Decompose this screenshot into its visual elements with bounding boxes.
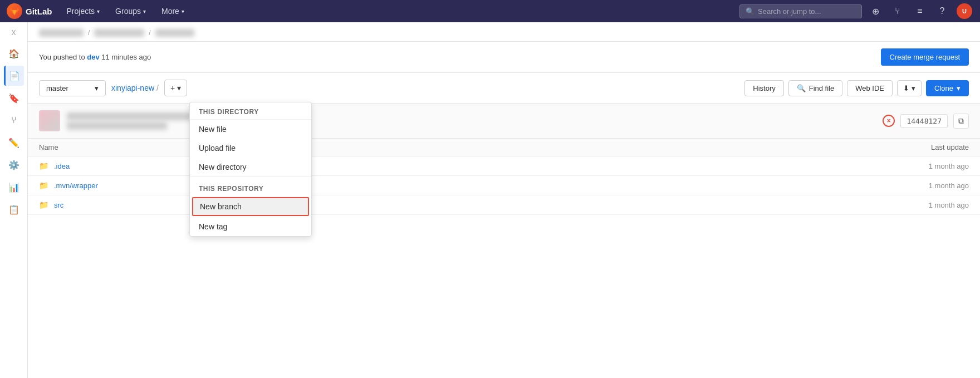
dropdown-section-this-repository: This repository New branch New tag: [190, 176, 311, 236]
status-failed-icon[interactable]: ×: [883, 115, 895, 127]
dropdown-section-header-2: This repository: [190, 179, 311, 196]
path-separator: /: [156, 84, 159, 92]
path-breadcrumb: xinyiapi-new /: [111, 84, 159, 92]
table-row: 📁 src 1 month ago: [28, 195, 980, 215]
file-table-header: Name Last update: [28, 139, 980, 156]
chevron-down-icon: ▾: [97, 8, 100, 14]
main-content: ████████ / ████████ / ████████ You pushe…: [28, 22, 980, 378]
commit-info: ████████████████████████████ ███████████…: [67, 112, 876, 130]
folder-icon: 📁: [39, 200, 48, 209]
breadcrumb-item-3[interactable]: ████████: [155, 29, 194, 37]
copy-sha-button[interactable]: ⧉: [953, 114, 969, 129]
chevron-down-icon: ▾: [957, 84, 961, 92]
chevron-down-icon: ▾: [177, 84, 181, 92]
push-branch-link[interactable]: dev: [87, 53, 101, 61]
file-name-mvn[interactable]: .mvn/wrapper: [54, 181, 885, 190]
web-ide-button[interactable]: Web IDE: [847, 80, 893, 96]
commit-right: × 14448127 ⧉: [883, 114, 969, 129]
plus-circle-icon: ⊕: [872, 6, 879, 17]
file-update-mvn: 1 month ago: [885, 181, 969, 190]
sidebar-collapse[interactable]: X: [8, 28, 19, 38]
chevron-down-icon: ▾: [912, 84, 915, 92]
dropdown-new-tag[interactable]: New tag: [190, 217, 311, 236]
commit-sha[interactable]: 14448127: [900, 114, 948, 128]
search-bar[interactable]: 🔍 Search or jump to...: [739, 4, 862, 18]
file-name-idea[interactable]: .idea: [54, 162, 885, 170]
add-dropdown-button[interactable]: + ▾: [164, 80, 187, 96]
new-item-button[interactable]: ⊕: [866, 2, 884, 20]
find-file-button[interactable]: 🔍 Find file: [788, 80, 843, 96]
repo-toolbar: master ▾ xinyiapi-new / + ▾ History 🔍 Fi…: [28, 73, 980, 104]
folder-icon: 📁: [39, 181, 48, 190]
folder-icon: 📁: [39, 161, 48, 170]
commit-avatar: [39, 110, 60, 131]
sidebar-item-analytics[interactable]: 📊: [4, 177, 24, 197]
download-icon: ⬇: [903, 84, 909, 92]
merge-requests-button[interactable]: ⑂: [889, 2, 906, 20]
dropdown-new-branch[interactable]: New branch: [192, 197, 309, 216]
todos-button[interactable]: ≡: [911, 2, 929, 20]
dropdown-new-directory[interactable]: New directory: [190, 158, 311, 176]
breadcrumb-sep-1: /: [88, 29, 90, 37]
commit-row: ████████████████████████████ ███████████…: [28, 104, 980, 139]
todo-icon: ≡: [917, 6, 922, 16]
chevron-down-icon: ▾: [95, 84, 99, 92]
help-button[interactable]: ?: [933, 2, 951, 20]
history-button[interactable]: History: [744, 80, 783, 96]
avatar: U: [957, 3, 972, 19]
add-dropdown-menu: This directory New file Upload file New …: [189, 102, 312, 237]
sidebar-item-cicd[interactable]: ✏️: [4, 132, 24, 153]
navbar: GitLab Projects ▾ Groups ▾ More ▾ 🔍 Sear…: [0, 0, 980, 22]
nav-more[interactable]: More ▾: [156, 4, 190, 18]
sidebar-item-merge-requests[interactable]: ⑂: [4, 110, 24, 130]
commit-meta: ████████████████: [67, 122, 876, 130]
branch-selector[interactable]: master ▾: [39, 80, 106, 96]
breadcrumb-sep-2: /: [149, 29, 150, 37]
search-icon: 🔍: [746, 7, 754, 16]
sidebar-item-home[interactable]: 🏠: [4, 43, 24, 63]
nav-projects[interactable]: Projects ▾: [61, 4, 106, 18]
breadcrumb-item-1[interactable]: ████████: [39, 29, 84, 37]
toolbar-right: History 🔍 Find file Web IDE ⬇ ▾ Clone ▾: [744, 80, 969, 96]
dropdown-new-file[interactable]: New file: [190, 120, 311, 139]
brand[interactable]: GitLab: [7, 3, 52, 19]
chevron-down-icon: ▾: [182, 8, 184, 14]
sidebar-item-issues[interactable]: 🔖: [4, 88, 24, 108]
push-notice: You pushed to dev 11 minutes ago Create …: [28, 42, 980, 73]
chevron-down-icon: ▾: [143, 8, 146, 14]
merge-request-icon: ⑂: [895, 6, 900, 16]
file-update-idea: 1 month ago: [885, 162, 969, 170]
table-row: 📁 .mvn/wrapper 1 month ago: [28, 176, 980, 195]
commit-message: ████████████████████████████: [67, 112, 876, 121]
page-wrapper: X 🏠 📄 🔖 ⑂ ✏️ ⚙️ 📊 📋 ████████ / ████████ …: [0, 22, 980, 378]
file-update-src: 1 month ago: [885, 201, 969, 209]
user-menu[interactable]: U: [955, 2, 973, 20]
navbar-right: 🔍 Search or jump to... ⊕ ⑂ ≡ ? U: [739, 2, 973, 20]
gitlab-logo-icon: [7, 3, 22, 19]
sidebar-item-operations[interactable]: ⚙️: [4, 155, 24, 175]
col-update-header: Last update: [885, 143, 969, 151]
clone-button[interactable]: Clone ▾: [926, 80, 969, 96]
path-root[interactable]: xinyiapi-new: [111, 84, 154, 92]
sidebar-item-wiki[interactable]: 📋: [4, 199, 24, 219]
sidebar-item-repository[interactable]: 📄: [4, 66, 24, 86]
nav-groups[interactable]: Groups ▾: [110, 4, 151, 18]
branch-name: master: [46, 84, 68, 92]
breadcrumb: ████████ / ████████ / ████████: [28, 22, 980, 42]
table-row: 📁 .idea 1 month ago: [28, 156, 980, 176]
download-button[interactable]: ⬇ ▾: [897, 80, 922, 96]
help-icon: ?: [940, 6, 945, 16]
dropdown-upload-file[interactable]: Upload file: [190, 139, 311, 158]
file-name-src[interactable]: src: [54, 201, 885, 209]
push-text: You pushed to dev 11 minutes ago: [39, 53, 151, 61]
dropdown-section-this-directory: This directory: [190, 102, 311, 120]
brand-label: GitLab: [26, 7, 52, 16]
sidebar: X 🏠 📄 🔖 ⑂ ✏️ ⚙️ 📊 📋: [0, 22, 28, 378]
create-merge-request-button[interactable]: Create merge request: [881, 48, 969, 66]
file-table: 📁 .idea 1 month ago 📁 .mvn/wrapper 1 mon…: [28, 156, 980, 215]
breadcrumb-item-2[interactable]: ████████: [94, 29, 144, 37]
search-icon: 🔍: [797, 84, 806, 92]
col-name-header: Name: [39, 143, 885, 151]
copy-icon: ⧉: [958, 116, 964, 125]
